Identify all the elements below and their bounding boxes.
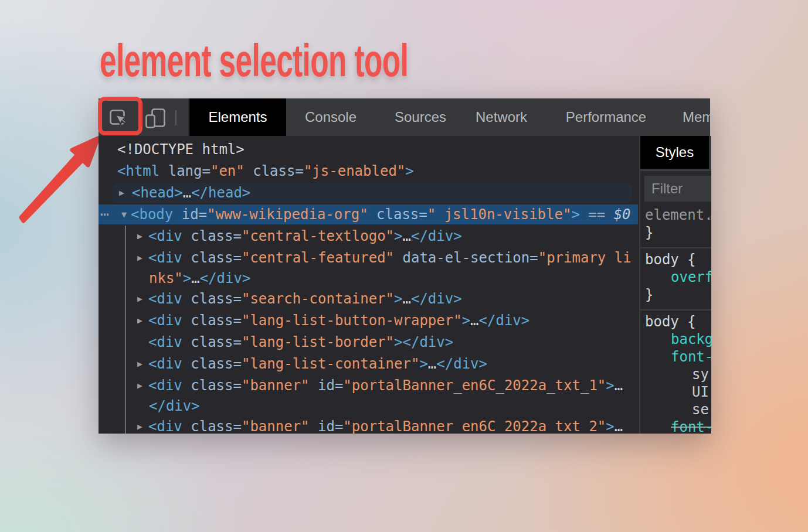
css-line[interactable]: element. <box>640 206 711 224</box>
css-line[interactable]: font- <box>640 418 711 434</box>
inspect-highlight-box <box>98 97 142 135</box>
css-rule-section: body {backgfont-syUIsefont- <box>640 309 711 434</box>
tab-console[interactable]: Console <box>301 98 360 136</box>
css-line[interactable]: body { <box>640 251 711 268</box>
tab-network[interactable]: Network <box>472 98 531 136</box>
dom-node-source: nks">…</div> <box>99 269 638 288</box>
page-title: element selection tool <box>100 37 408 83</box>
css-line[interactable]: body { <box>640 313 711 330</box>
chevron-collapsed-icon[interactable]: ▶ <box>137 226 142 247</box>
dom-node-source: <!DOCTYPE html> <box>99 139 638 161</box>
tab-performance[interactable]: Performance <box>561 98 651 136</box>
chevron-collapsed-icon[interactable]: ▶ <box>137 375 142 397</box>
dom-tree-row[interactable]: <!DOCTYPE html> <box>99 139 638 161</box>
dom-node-source: <head>…</head> <box>99 182 638 204</box>
dom-node-source: <html lang="en" class="js-enabled"> <box>99 161 638 182</box>
dom-node-source: <body id="www-wikipedia-org" class=" jsl… <box>99 204 638 226</box>
toolbar-divider <box>175 110 176 125</box>
css-line[interactable]: backg <box>640 330 711 348</box>
dom-tree-row[interactable]: nks">…</div> <box>99 269 638 288</box>
dom-tree-row[interactable]: ▶<div class="lang-list-container">…</div… <box>99 353 638 375</box>
chevron-collapsed-icon[interactable]: ▶ <box>137 416 142 434</box>
styles-filter-row <box>640 170 711 204</box>
dom-node-source: <div class="banner" id="portalBanner_en6… <box>99 375 638 397</box>
dom-node-source: <div class="lang-list-container">…</div> <box>99 353 638 375</box>
css-line[interactable]: sy <box>640 366 711 383</box>
device-toolbar-icon[interactable] <box>144 107 168 129</box>
indent-guide <box>125 226 126 434</box>
dom-node-source: <div class="central-featured" data-el-se… <box>99 247 638 269</box>
dom-tree-row[interactable]: ▶<div class="lang-list-button-wrapper">…… <box>99 310 638 332</box>
styles-tab-bar: Styles <box>640 136 711 170</box>
css-line[interactable]: } <box>640 224 711 241</box>
dom-tree-row[interactable]: </div> <box>99 397 638 416</box>
css-rules: element.}body {overf}body {backgfont-syU… <box>640 204 711 434</box>
filter-input[interactable] <box>644 176 711 202</box>
chevron-collapsed-icon[interactable]: ▶ <box>119 182 124 204</box>
dom-node-source: <div class="lang-list-button-wrapper">…<… <box>99 310 638 332</box>
devtools-window: ElementsConsoleSourcesNetworkPerformance… <box>99 98 710 434</box>
dom-node-source: <div class="banner" id="portalBanner_en6… <box>99 416 638 434</box>
chevron-collapsed-icon[interactable]: ▶ <box>137 288 142 310</box>
css-line[interactable]: } <box>640 286 711 303</box>
dom-tree-row[interactable]: <div class="lang-list-border"></div> <box>99 332 638 353</box>
css-line[interactable]: UI <box>640 383 711 401</box>
page-background: element selection tool ElementsConsoleSo… <box>0 0 808 532</box>
dom-tree-row[interactable]: ▶<head>…</head> <box>99 182 638 204</box>
css-line[interactable]: font- <box>640 348 711 366</box>
css-line[interactable]: se <box>640 401 711 418</box>
chevron-collapsed-icon[interactable]: ▶ <box>137 247 142 269</box>
css-line[interactable]: overf <box>640 268 711 286</box>
tab-mem[interactable]: Mem <box>683 98 729 136</box>
dom-tree-row[interactable]: ⋯▼<body id="www-wikipedia-org" class=" j… <box>99 204 638 226</box>
dom-node-source: </div> <box>99 397 638 416</box>
dom-tree-row[interactable]: ▶<div class="banner" id="portalBanner_en… <box>99 416 638 434</box>
dom-node-source: <div class="central-textlogo">…</div> <box>99 226 638 247</box>
dom-tree-row[interactable]: ▶<div class="central-featured" data-el-s… <box>99 247 638 269</box>
dom-tree-row[interactable]: ▶<div class="search-container">…</div> <box>99 288 638 310</box>
tab-sources[interactable]: Sources <box>391 98 450 136</box>
css-rule-section: element.} <box>640 204 711 247</box>
chevron-collapsed-icon[interactable]: ▶ <box>137 353 142 375</box>
dom-tree-row[interactable]: <html lang="en" class="js-enabled"> <box>99 161 638 182</box>
tab-elements[interactable]: Elements <box>189 98 286 136</box>
dom-node-source: <div class="lang-list-border"></div> <box>99 332 638 353</box>
dom-tree: <!DOCTYPE html><html lang="en" class="js… <box>99 136 638 434</box>
dom-node-source: <div class="search-container">…</div> <box>99 288 638 310</box>
dom-tree-row[interactable]: ▶<div class="central-textlogo">…</div> <box>99 226 638 247</box>
more-actions-icon[interactable]: ⋯ <box>100 204 107 226</box>
css-rule-section: body {overf} <box>640 247 711 309</box>
chevron-expanded-icon[interactable]: ▼ <box>121 204 127 226</box>
devtools-toolbar: ElementsConsoleSourcesNetworkPerformance… <box>99 98 710 136</box>
tab-styles[interactable]: Styles <box>640 136 709 169</box>
styles-panel: Styles element.}body {overf}body {backgf… <box>639 136 711 434</box>
dom-tree-row[interactable]: ▶<div class="banner" id="portalBanner_en… <box>99 375 638 397</box>
chevron-collapsed-icon[interactable]: ▶ <box>137 310 142 332</box>
